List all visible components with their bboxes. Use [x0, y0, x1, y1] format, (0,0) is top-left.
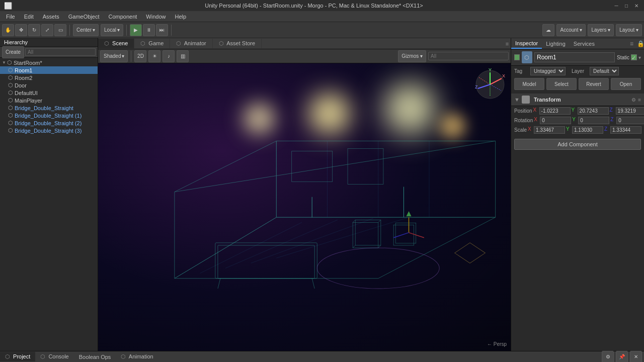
tab-inspector[interactable]: Inspector — [511, 39, 542, 49]
scale-y[interactable] — [572, 126, 603, 134]
local-button[interactable]: Local ▾ — [101, 24, 123, 36]
account-dropdown[interactable]: Account ▾ — [556, 24, 586, 36]
hierarchy-item-bridge4[interactable]: ⬡ Bridge_Double_Straight (3) — [0, 127, 98, 134]
prefab-controls: Model Select Revert Open — [511, 76, 644, 92]
rect-tool-button[interactable]: ▭ — [54, 24, 66, 36]
tab-scene[interactable]: ⬡ Scene — [98, 39, 134, 48]
hierarchy-item-defaultui[interactable]: ⬡ DefaultUI — [0, 89, 98, 97]
play-button[interactable]: ▶ — [130, 24, 142, 36]
select-button[interactable]: Select — [546, 78, 577, 90]
position-label: Position — [514, 108, 532, 114]
object-name-input[interactable] — [534, 52, 615, 62]
inspector-lock[interactable]: 🔒 — [637, 40, 644, 47]
main-area: Hierarchy Create ▼ ⬡ StartRoom* ⬡ Room1 … — [0, 38, 644, 351]
hierarchy-item-room2[interactable]: ⬡ Room2 — [0, 74, 98, 81]
hierarchy-item-startroom[interactable]: ▼ ⬡ StartRoom* — [0, 59, 98, 66]
rotation-y[interactable] — [578, 117, 609, 124]
position-y[interactable] — [578, 107, 609, 115]
svg-line-19 — [378, 245, 381, 248]
minimize-button[interactable]: ─ — [613, 2, 620, 9]
tab-game[interactable]: ⬡ Game — [134, 39, 170, 48]
scale-z[interactable] — [610, 126, 641, 134]
bottom-pin-btn[interactable]: 📌 — [616, 351, 628, 363]
scene-viewport[interactable]: X Y Z ← Persp — [98, 63, 511, 351]
scene-panel-options[interactable]: ≡ — [504, 41, 511, 47]
svg-line-18 — [378, 220, 381, 222]
menu-file[interactable]: File — [2, 13, 19, 21]
hierarchy-item-mainplayer[interactable]: ⬡ MainPlayer — [0, 97, 98, 104]
position-x[interactable] — [539, 107, 571, 115]
hierarchy-tab[interactable]: Hierarchy — [0, 38, 32, 46]
hierarchy-item-door[interactable]: ⬡ Door — [0, 81, 98, 89]
tab-services[interactable]: Services — [570, 39, 599, 48]
move-tool-button[interactable]: ✥ — [15, 24, 27, 36]
layout-dropdown[interactable]: Layout ▾ — [616, 24, 642, 36]
pause-button[interactable]: ⏸ — [143, 24, 155, 36]
lighting-toggle[interactable]: ☀ — [148, 50, 160, 62]
scene-search[interactable] — [428, 52, 509, 60]
add-component-button[interactable]: Add Component — [514, 139, 641, 150]
revert-button[interactable]: Revert — [579, 78, 609, 90]
audio-toggle[interactable]: ♪ — [163, 50, 175, 62]
menu-edit[interactable]: Edit — [20, 13, 38, 21]
layers-dropdown[interactable]: Layers ▾ — [588, 24, 614, 36]
inspector-options[interactable]: ≡ — [630, 40, 637, 47]
scale-tool-button[interactable]: ⤢ — [41, 24, 53, 36]
prefab-icon: ⬡ — [8, 120, 13, 126]
effects-toggle[interactable]: ▥ — [177, 50, 189, 62]
tab-animation[interactable]: ⬡ Animation — [116, 352, 158, 361]
tab-boolean-ops[interactable]: Boolean Ops — [74, 352, 116, 361]
bottom-options-btn[interactable]: ⚙ — [602, 351, 614, 363]
model-button[interactable]: Model — [514, 78, 544, 90]
active-toggle[interactable] — [514, 54, 520, 60]
transform-options[interactable]: ⚙ — [631, 97, 636, 103]
cloud-button[interactable]: ☁ — [542, 24, 554, 36]
svg-marker-0 — [175, 217, 496, 278]
tag-dropdown[interactable]: Untagged — [530, 67, 566, 75]
static-dropdown[interactable]: ▾ — [638, 55, 641, 60]
hierarchy-item-bridge3[interactable]: ⬡ Bridge_Double_Straight (2) — [0, 119, 98, 127]
hierarchy-item-room1[interactable]: ⬡ Room1 — [0, 66, 98, 74]
hierarchy-item-bridge2[interactable]: ⬡ Bridge_Double_Straight (1) — [0, 112, 98, 119]
menu-component[interactable]: Component — [104, 13, 141, 21]
position-z[interactable] — [616, 107, 644, 115]
tab-project[interactable]: ⬡ Project — [0, 352, 35, 361]
static-checkbox[interactable]: ✓ — [631, 54, 637, 60]
rotation-z[interactable] — [616, 117, 644, 124]
step-button[interactable]: ⏭ — [156, 24, 168, 36]
center-button[interactable]: Center ▾ — [73, 24, 99, 36]
tab-asset-store[interactable]: ⬡ Asset Store — [213, 39, 262, 48]
maximize-button[interactable]: □ — [623, 2, 630, 9]
layer-dropdown[interactable]: Default — [590, 67, 619, 75]
transform-more[interactable]: ≡ — [638, 97, 641, 103]
menu-assets[interactable]: Assets — [39, 13, 63, 21]
menu-gameobject[interactable]: GameObject — [64, 13, 104, 21]
tab-console[interactable]: ⬡ Console — [35, 352, 73, 361]
close-button[interactable]: ✕ — [633, 2, 640, 9]
hand-tool-button[interactable]: ✋ — [2, 24, 14, 36]
bottom-close-btn[interactable]: ✕ — [630, 351, 642, 363]
rotation-x[interactable] — [540, 117, 571, 124]
menu-window[interactable]: Window — [142, 13, 170, 21]
hierarchy-search[interactable] — [25, 48, 96, 56]
scale-x[interactable] — [534, 126, 565, 134]
hierarchy-item-bridge1[interactable]: ⬡ Bridge_Double_Straight — [0, 104, 98, 112]
rotate-tool-button[interactable]: ↻ — [28, 24, 40, 36]
object-icon-btn[interactable]: ⬡ — [522, 51, 532, 63]
menu-help[interactable]: Help — [171, 13, 190, 21]
position-inputs: X Y Z — [533, 107, 644, 115]
render-mode-dropdown[interactable]: Shaded ▾ — [100, 50, 128, 62]
z-label: Z — [610, 107, 615, 115]
bottom-tabs: ⬡ Project ⬡ Console Boolean Ops ⬡ Animat… — [0, 351, 644, 362]
inspector-panel: Inspector Lighting Services ≡ 🔒 ⬡ Static… — [511, 38, 644, 351]
open-button[interactable]: Open — [611, 78, 641, 90]
2d-toggle[interactable]: 2D — [134, 50, 146, 62]
transform-expand[interactable]: ▼ — [514, 97, 520, 103]
tab-animator[interactable]: ⬡ Animator — [170, 39, 212, 48]
separator2 — [126, 25, 127, 36]
svg-line-30 — [409, 233, 424, 238]
tab-lighting[interactable]: Lighting — [542, 39, 570, 48]
hierarchy-create-btn[interactable]: Create — [2, 46, 24, 58]
svg-marker-28 — [455, 243, 486, 263]
gizmos-dropdown[interactable]: Gizmos ▾ — [398, 50, 426, 62]
